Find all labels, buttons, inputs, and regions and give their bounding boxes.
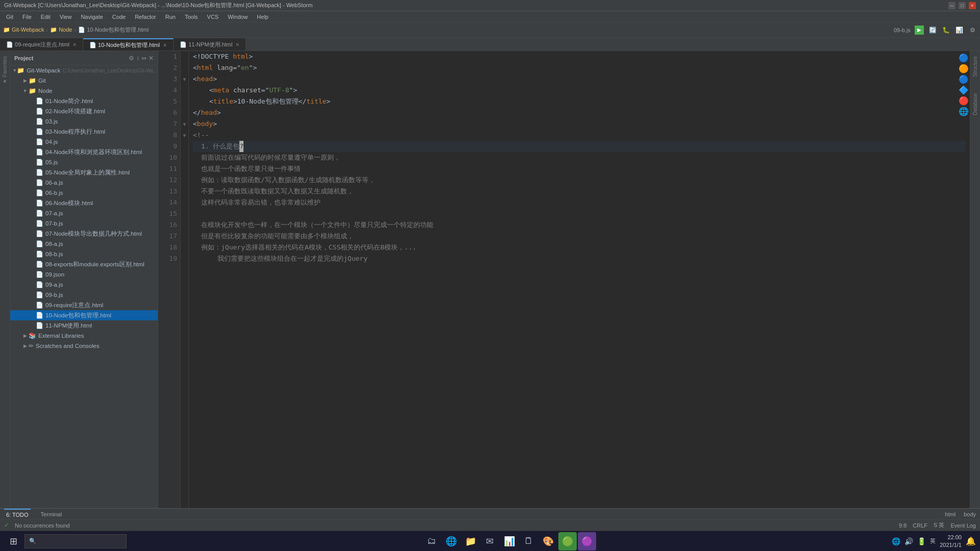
tree-item-07html[interactable]: 📄 07-Node模块导出数据几种方式.html — [10, 229, 158, 239]
taskbar-app-notepad[interactable]: 🗒 — [520, 532, 538, 550]
maximize-button[interactable]: □ — [959, 2, 966, 9]
tree-item-09bjs[interactable]: 📄 09-b.js — [10, 290, 158, 300]
tree-item-scratches[interactable]: ▶ ✏ Scratches and Consoles — [10, 341, 158, 351]
settings-button[interactable]: ⚙ — [968, 26, 977, 35]
tree-item-08html[interactable]: 📄 08-exports和module.exports区别.html — [10, 259, 158, 269]
tab-require[interactable]: 📄 09-require注意点.html ✕ — [0, 38, 83, 51]
browser-icon-opera[interactable]: 🔴 — [959, 96, 969, 106]
tree-item-06html[interactable]: 📄 06-Node模块.html — [10, 198, 158, 208]
browser-icon-ie[interactable]: 🔷 — [959, 85, 969, 95]
taskbar-search[interactable]: 🔍 — [24, 534, 127, 548]
project-sidebar: Project ⚙ ↕ ⇔ ✕ ▼ 📁 Git-Webpack C:\Users… — [10, 51, 158, 508]
browser-icon-edge[interactable]: 🔵 — [959, 74, 969, 84]
systray-battery[interactable]: 🔋 — [917, 537, 926, 545]
menu-edit[interactable]: Edit — [37, 13, 55, 21]
tree-item-root[interactable]: ▼ 📁 Git-Webpack C:\Users\Jonathan_Lee\De… — [10, 65, 158, 76]
tree-item-04html[interactable]: 📄 04-Node环境和浏览器环境区别.html — [10, 147, 158, 157]
fold-gutter-8[interactable]: ▼ — [181, 130, 188, 141]
fold-gutter-3[interactable]: ▼ — [181, 73, 188, 85]
systray-lang[interactable]: 英 — [930, 537, 936, 545]
taskbar-app-purple[interactable]: 🟣 — [578, 532, 596, 550]
menu-run[interactable]: Run — [161, 13, 180, 21]
tree-item-external-libs[interactable]: ▶ 📚 External Libraries — [10, 331, 158, 341]
tree-item-05html[interactable]: 📄 05-Node全局对象上的属性.html — [10, 167, 158, 178]
refresh-button[interactable]: 🔄 — [928, 26, 937, 35]
tree-item-03js[interactable]: 📄 03.js — [10, 116, 158, 127]
menu-refactor[interactable]: Refactor — [131, 13, 160, 21]
system-clock[interactable]: 22:00 2021/1/1 — [940, 534, 962, 548]
tree-item-06ajs[interactable]: 📄 06-a.js — [10, 178, 158, 188]
start-button[interactable]: ⊞ — [4, 532, 22, 550]
tree-item-08ajs[interactable]: 📄 08-a.js — [10, 239, 158, 249]
window-controls[interactable]: ─ □ ✕ — [948, 2, 976, 9]
tree-item-git[interactable]: ▶ 📁 Git — [10, 76, 158, 86]
tab-node-package[interactable]: 📄 10-Node包和包管理.html ✕ — [83, 38, 174, 51]
debug-button[interactable]: 🐛 — [941, 26, 950, 35]
tree-item-04js[interactable]: 📄 04.js — [10, 137, 158, 147]
sidebar-collapse-icon[interactable]: ⇔ — [141, 55, 146, 62]
profile-button[interactable]: 📊 — [954, 26, 964, 35]
tree-item-06bjs[interactable]: 📄 06-b.js — [10, 188, 158, 198]
notification-button[interactable]: 🔔 — [966, 536, 976, 546]
status-crlf[interactable]: CRLF — [913, 522, 927, 529]
systray-network[interactable]: 🌐 — [892, 537, 900, 545]
tab-npm[interactable]: 📄 11-NPM使用.html ✕ — [174, 38, 246, 51]
menu-vcs[interactable]: VCS — [203, 13, 223, 21]
status-event-log[interactable]: Event Log — [950, 522, 976, 529]
run-button[interactable]: ▶ — [915, 26, 924, 35]
tree-item-07ajs[interactable]: 📄 07-a.js — [10, 208, 158, 218]
tree-item-05js[interactable]: 📄 05.js — [10, 157, 158, 167]
close-button[interactable]: ✕ — [969, 2, 976, 9]
tree-item-node[interactable]: ▼ 📁 Node — [10, 86, 158, 96]
minimize-button[interactable]: ─ — [948, 2, 955, 9]
taskbar-app-files[interactable]: 📁 — [461, 532, 480, 550]
menu-window[interactable]: Window — [224, 13, 252, 21]
tree-item-09json[interactable]: 📄 09.json — [10, 269, 158, 280]
editor-content[interactable]: 1 2 3 4 5 6 7 8 9 10 11 12 13 14 15 16 1 — [158, 51, 970, 508]
sidebar-expand-icon[interactable]: ↕ — [136, 55, 139, 62]
sidebar-close-icon[interactable]: ✕ — [149, 55, 154, 62]
menu-navigate[interactable]: Navigate — [77, 13, 107, 21]
left-tab-favorites[interactable]: ★ Favorites — [1, 53, 9, 87]
tab-require-close[interactable]: ✕ — [72, 42, 77, 47]
tree-item-11html[interactable]: 📄 11-NPM使用.html — [10, 320, 158, 331]
menu-code[interactable]: Code — [108, 13, 130, 21]
taskbar-app-green[interactable]: 🟢 — [558, 532, 577, 550]
status-position[interactable]: 9:8 — [899, 522, 906, 529]
tab-node-package-close[interactable]: ✕ — [163, 42, 167, 48]
tree-item-03html[interactable]: 📄 03-Node程序执行.html — [10, 127, 158, 137]
breadcrumb-node[interactable]: 📁 Node — [50, 27, 72, 33]
menu-file[interactable]: File — [18, 13, 36, 21]
right-tab-database[interactable]: Database — [971, 90, 979, 118]
tree-item-09ajs[interactable]: 📄 09-a.js — [10, 280, 158, 290]
tree-item-10html[interactable]: 📄 10-Node包和包管理.html — [10, 310, 158, 320]
menu-tools[interactable]: Tools — [181, 13, 202, 21]
browser-icon-chrome[interactable]: 🔵 — [959, 53, 969, 63]
taskbar-app-paint[interactable]: 🎨 — [539, 532, 557, 550]
menu-view[interactable]: View — [56, 13, 76, 21]
breadcrumb-file[interactable]: 📄 10-Node包和包管理.html — [78, 26, 149, 34]
systray-sound[interactable]: 🔊 — [904, 537, 913, 545]
status-language[interactable]: S 英 — [934, 521, 944, 529]
tab-npm-close[interactable]: ✕ — [235, 42, 239, 47]
fold-gutter-7[interactable]: ▼ — [181, 118, 188, 130]
bottom-tab-terminal[interactable]: Terminal — [39, 509, 64, 520]
tree-item-09html[interactable]: 📄 09-require注意点.html — [10, 300, 158, 310]
right-tab-structure[interactable]: Structure — [971, 53, 979, 80]
bottom-tab-todo[interactable]: 6: TODO — [4, 509, 31, 520]
menu-help[interactable]: Help — [253, 13, 273, 21]
tree-item-02[interactable]: 📄 02-Node环境搭建.html — [10, 106, 158, 116]
taskbar-app-explorer[interactable]: 🗂 — [423, 532, 441, 550]
sidebar-settings-icon[interactable]: ⚙ — [129, 55, 134, 62]
code-editor[interactable]: <!DOCTYPE html> <html lang="en"> <head> … — [189, 51, 970, 508]
browser-icon-other[interactable]: 🌐 — [959, 107, 969, 116]
tree-item-08bjs[interactable]: 📄 08-b.js — [10, 249, 158, 259]
tree-item-01[interactable]: 📄 01-Node简介.html — [10, 96, 158, 106]
breadcrumb-git-webpack[interactable]: 📁 Git-Webpack — [3, 27, 44, 33]
menu-git[interactable]: Git — [2, 13, 17, 21]
taskbar-app-office[interactable]: 📊 — [500, 532, 519, 550]
browser-icon-firefox[interactable]: 🟠 — [959, 64, 969, 73]
tree-item-07bjs[interactable]: 📄 07-b.js — [10, 218, 158, 229]
taskbar-app-mail[interactable]: ✉ — [481, 532, 499, 550]
taskbar-app-chrome[interactable]: 🌐 — [442, 532, 460, 550]
